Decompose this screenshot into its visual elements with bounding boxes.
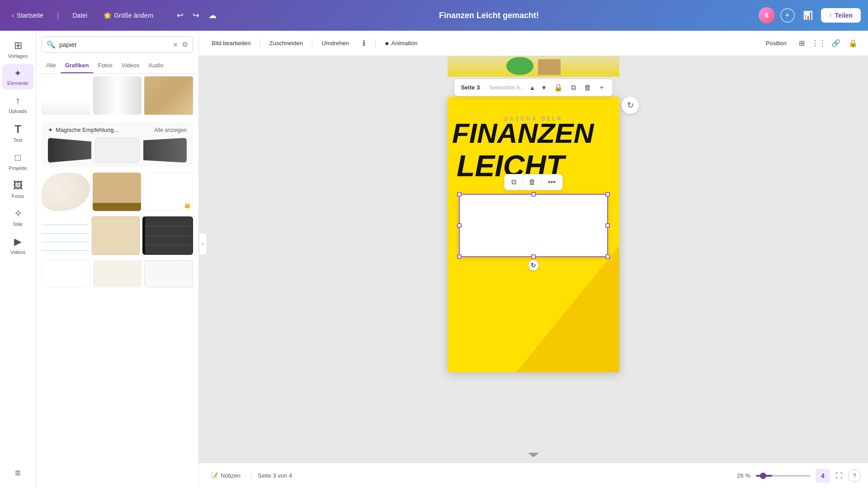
sidebar-label-stile: Stile bbox=[13, 221, 23, 227]
home-button[interactable]: ‹ Startseite bbox=[7, 9, 48, 22]
info-button[interactable]: ℹ bbox=[356, 36, 372, 51]
page-copy-button[interactable]: ⧉ bbox=[569, 82, 578, 93]
magic-item-3[interactable] bbox=[143, 138, 187, 163]
zoom-percent: 26 % bbox=[732, 472, 750, 479]
magic-item-1[interactable] bbox=[48, 138, 91, 163]
notes-button[interactable]: 📝 Notizen bbox=[206, 469, 245, 482]
sidebar-item-more[interactable]: ≡ bbox=[2, 464, 34, 483]
grid-item-1[interactable] bbox=[42, 76, 90, 115]
link-button[interactable]: 🔗 bbox=[828, 36, 844, 51]
category-tabs: Alle Grafiken Fotos Videos Audio bbox=[36, 58, 198, 74]
share-button[interactable]: ↑ Teilen bbox=[821, 8, 861, 23]
page-up-button[interactable]: ▲ bbox=[528, 83, 536, 92]
sidebar-item-videos[interactable]: ▶ Videos bbox=[2, 232, 34, 258]
status-right: 26 % 4 ⛶ ? bbox=[732, 469, 861, 483]
header-left: ‹ Startseite | Datei 🌟 Größe ändern ↩ ↪ … bbox=[7, 8, 219, 23]
handle-bottom-mid[interactable] bbox=[531, 254, 536, 259]
fotos-icon: 🖼 bbox=[13, 180, 23, 192]
position-button[interactable]: Position bbox=[760, 37, 792, 49]
sidebar-item-uploads[interactable]: ↑ Uploads bbox=[2, 91, 34, 117]
page-down-button[interactable]: ▼ bbox=[540, 83, 548, 92]
size-button[interactable]: 🌟 Größe ändern bbox=[99, 9, 158, 22]
element-more-button[interactable]: ••• bbox=[546, 177, 558, 187]
grid-item-3[interactable] bbox=[144, 76, 193, 115]
sidebar-item-text[interactable]: T Text bbox=[2, 119, 34, 146]
videos-icon: ▶ bbox=[14, 236, 22, 248]
selected-paper-element[interactable]: ⧉ 🗑 ••• ↻ bbox=[459, 194, 608, 257]
animation-label: Animation bbox=[392, 40, 418, 47]
file-button[interactable]: Datei bbox=[68, 9, 92, 22]
handle-top-left[interactable] bbox=[457, 192, 462, 197]
sidebar: ⊞ Vorlagen ✦ Elemente ↑ Uploads T Text □… bbox=[0, 31, 36, 488]
sidebar-item-elemente[interactable]: ✦ Elemente bbox=[2, 64, 34, 89]
grid-item-8[interactable] bbox=[92, 216, 140, 255]
handle-mid-right[interactable] bbox=[605, 223, 610, 228]
hide-panel-button[interactable]: ‹ bbox=[199, 233, 207, 255]
cloud-save-button[interactable]: ☁ bbox=[206, 8, 219, 23]
page-delete-button[interactable]: 🗑 bbox=[582, 82, 594, 93]
stile-icon: ✧ bbox=[14, 208, 22, 220]
grid-item-5[interactable] bbox=[93, 173, 141, 211]
canvas-area: Seite 3 - Seitentitel h... ▲ ▼ 🔒 ⧉ 🗑 + S… bbox=[199, 56, 868, 463]
animation-button[interactable]: ● Animation bbox=[379, 37, 423, 50]
sidebar-item-vorlagen[interactable]: ⊞ Vorlagen bbox=[2, 36, 34, 62]
edit-image-button[interactable]: Bild bearbeiten bbox=[206, 37, 256, 49]
grid-item-11[interactable] bbox=[93, 260, 141, 287]
grid-item-12[interactable] bbox=[144, 260, 193, 287]
search-clear-button[interactable]: ✕ bbox=[173, 41, 178, 48]
sidebar-label-fotos: Fotos bbox=[12, 193, 24, 199]
element-delete-button[interactable]: 🗑 bbox=[526, 177, 538, 187]
lock-button[interactable]: 🔒 bbox=[845, 36, 861, 51]
analytics-button[interactable]: 📊 bbox=[800, 8, 816, 23]
grid-item-2[interactable] bbox=[93, 76, 142, 115]
grid-item-6[interactable]: 👑 bbox=[144, 173, 193, 211]
tab-grafiken[interactable]: Grafiken bbox=[61, 58, 94, 73]
page-add-button[interactable]: + bbox=[597, 82, 606, 93]
undo-button[interactable]: ↩ bbox=[174, 8, 186, 23]
add-collaborator-button[interactable]: + bbox=[780, 8, 795, 23]
search-filter-button[interactable]: ⚙ bbox=[182, 40, 188, 49]
crown-badge: 👑 bbox=[184, 202, 191, 209]
zoom-slider[interactable] bbox=[756, 475, 810, 477]
prev-page-preview bbox=[448, 56, 619, 77]
handle-top-right[interactable] bbox=[605, 192, 610, 197]
sidebar-item-stile[interactable]: ✧ Stile bbox=[2, 204, 34, 230]
sidebar-item-projekte[interactable]: □ Projekte bbox=[2, 148, 34, 174]
tab-videos[interactable]: Videos bbox=[117, 58, 144, 73]
grid-item-9[interactable] bbox=[142, 216, 193, 255]
tab-fotos[interactable]: Fotos bbox=[93, 58, 117, 73]
grid-button[interactable]: ⋮⋮ bbox=[811, 36, 826, 51]
sidebar-item-fotos[interactable]: 🖼 Fotos bbox=[2, 176, 34, 202]
refresh-button[interactable]: ↻ bbox=[622, 97, 639, 114]
grid-item-4[interactable] bbox=[42, 173, 90, 211]
redo-button[interactable]: ↪ bbox=[190, 8, 202, 23]
alle-anzeigen-button[interactable]: Alle anzeigen bbox=[154, 127, 187, 133]
magic-item-2[interactable] bbox=[95, 138, 139, 163]
page-lock-button[interactable]: 🔒 bbox=[552, 82, 565, 93]
help-button[interactable]: ? bbox=[848, 469, 861, 482]
handle-bottom-left[interactable] bbox=[457, 254, 462, 259]
rotate-handle[interactable]: ↻ bbox=[528, 260, 539, 271]
handle-bottom-right[interactable] bbox=[605, 254, 610, 259]
flip-button[interactable]: Umdrehen bbox=[316, 37, 354, 49]
search-input[interactable] bbox=[59, 41, 169, 48]
project-title[interactable]: Finanzen Leicht gemacht! bbox=[439, 11, 539, 20]
element-copy-button[interactable]: ⧉ bbox=[509, 177, 519, 187]
grid-item-10[interactable] bbox=[42, 260, 90, 287]
header: ‹ Startseite | Datei 🌟 Größe ändern ↩ ↪ … bbox=[0, 0, 868, 31]
grid-row-1 bbox=[36, 74, 198, 117]
align-button[interactable]: ⊞ bbox=[794, 36, 809, 51]
grid-row-2: 👑 bbox=[36, 170, 198, 214]
grid-item-7[interactable] bbox=[42, 216, 89, 255]
view-pages-button[interactable]: 4 bbox=[816, 469, 830, 483]
handle-top-mid[interactable] bbox=[531, 192, 536, 197]
crop-button[interactable]: Zuschneiden bbox=[264, 37, 308, 49]
grid-row-4 bbox=[36, 258, 198, 290]
user-avatar[interactable]: S bbox=[759, 7, 775, 23]
tab-all[interactable]: Alle bbox=[42, 58, 61, 73]
handle-mid-left[interactable] bbox=[457, 223, 462, 228]
page-label-bar: Seite 3 - Seitentitel h... ▲ ▼ 🔒 ⧉ 🗑 + bbox=[454, 79, 613, 96]
tab-audio[interactable]: Audio bbox=[144, 58, 168, 73]
fullscreen-button[interactable]: ⛶ bbox=[835, 472, 843, 480]
search-icon: 🔍 bbox=[47, 40, 56, 49]
